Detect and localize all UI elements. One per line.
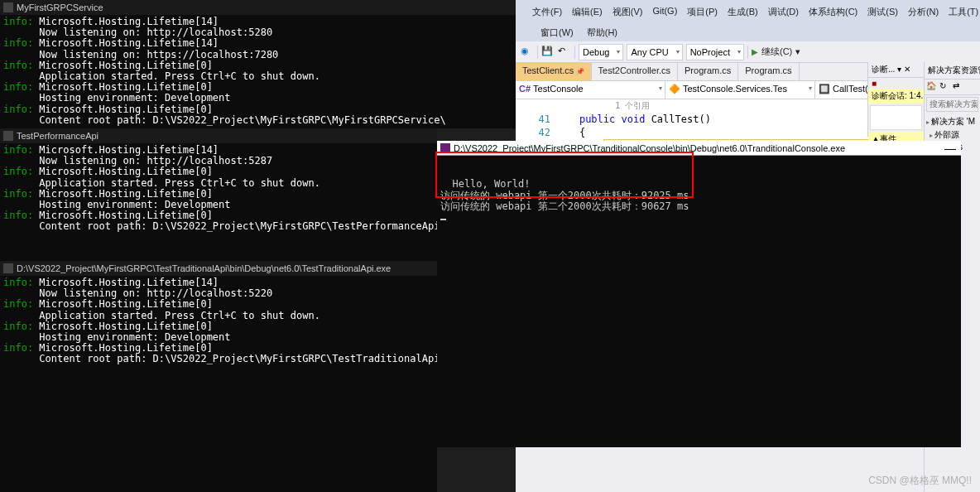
console-title: D:\VS2022_Project\MyFirstGRPC\TestTradit… (17, 263, 391, 273)
menu-item[interactable]: 文件(F) (532, 6, 562, 18)
editor-tab[interactable]: Test2Controller.cs (592, 63, 678, 80)
namespace-dropdown[interactable]: C#TestConsole (516, 81, 665, 99)
editor-tab[interactable]: TestClient.cs (516, 63, 592, 80)
console-title: MyFirstGRPCService (17, 2, 103, 12)
console-testperformanceapi: TestPerformanceApi info: Microsoft.Hosti… (0, 128, 437, 261)
vs-menubar-row2: 窗口(W)帮助(H) (516, 23, 980, 41)
editor-tab[interactable]: Program.cs (738, 63, 799, 80)
console-titlebar[interactable]: MyFirstGRPCService (0, 0, 516, 15)
console-titlebar[interactable]: D:\VS2022_Project\MyFirstGRPC\TestTradit… (0, 261, 437, 276)
console-myfirstgrpcservice: MyFirstGRPCService info: Microsoft.Hosti… (0, 0, 516, 128)
diag-chart (870, 105, 922, 130)
menu-item[interactable]: Git(G) (652, 6, 677, 18)
menu-item[interactable]: 分析(N) (908, 6, 939, 18)
menu-item[interactable]: 工具(T) (949, 6, 978, 18)
menu-item[interactable]: 项目(P) (687, 6, 718, 18)
menu-item[interactable]: 帮助(H) (587, 27, 617, 39)
diag-session: 诊断会话: 1:4... (868, 89, 924, 104)
tree-node[interactable]: ▸解决方案 'M (926, 115, 978, 128)
back-icon[interactable]: ◉ (521, 46, 534, 59)
console-title: TestPerformanceApi (17, 131, 98, 141)
menu-item[interactable]: 视图(V) (612, 6, 643, 18)
class-dropdown[interactable]: 🔶TestConsole.Services.Tes (665, 81, 815, 99)
platform-dropdown[interactable]: Any CPU (627, 44, 682, 60)
save-icon[interactable]: 💾 (541, 46, 555, 59)
sln-title: 解决方案资源管理 (925, 62, 980, 80)
minimize-icon[interactable]: — (944, 142, 956, 155)
console-output: info: Microsoft.Hosting.Lifetime[14] Now… (0, 15, 516, 128)
menu-item[interactable]: 调试(D) (768, 6, 799, 18)
config-dropdown[interactable]: Debug (579, 44, 623, 60)
menu-item[interactable]: 体系结构(C) (809, 6, 858, 18)
sln-toolbar: 🏠 ↻ ⇄ (925, 80, 980, 95)
undo-icon[interactable]: ↶ (558, 46, 571, 59)
console-tranditionalconsole: D:\VS2022_Project\MyFirstGRPC\Trandition… (437, 141, 961, 447)
editor-tab[interactable]: Program.cs (678, 63, 738, 80)
watermark: CSDN @格格巫 MMQ!! (868, 474, 972, 488)
stop-icon[interactable]: ■ (872, 79, 877, 88)
app-icon (3, 263, 13, 273)
vs-toolbar: ◉ 💾 ↶ Debug Any CPU NoProject 继续(C) ▾ (516, 41, 980, 63)
menu-item[interactable]: 生成(B) (728, 6, 758, 18)
menu-item[interactable]: 测试(S) (867, 6, 898, 18)
console-testtraditionalapi: D:\VS2022_Project\MyFirstGRPC\TestTradit… (0, 261, 437, 492)
project-dropdown[interactable]: NoProject (686, 44, 744, 60)
app-icon (3, 2, 13, 12)
sync-icon[interactable]: ⇄ (953, 81, 964, 93)
highlight-box (435, 152, 694, 198)
vs-menubar: 文件(F)编辑(E)视图(V)Git(G)项目(P)生成(B)调试(D)体系结构… (516, 0, 980, 23)
editor-gutter: 414243 (516, 99, 555, 141)
console-output: info: Microsoft.Hosting.Lifetime[14] Now… (0, 143, 437, 234)
menu-item[interactable]: 编辑(E) (572, 6, 603, 18)
refresh-icon[interactable]: ↻ (939, 81, 951, 93)
console-output: info: Microsoft.Hosting.Lifetime[14] Now… (0, 276, 437, 367)
console-output: Hello, World! 访问传统的 webapi 第一个2000次共耗时：9… (437, 156, 961, 224)
vs-menu-items: 文件(F)编辑(E)视图(V)Git(G)项目(P)生成(B)调试(D)体系结构… (532, 6, 980, 18)
diag-title[interactable]: 诊断... ▾ ✕ (868, 62, 924, 78)
diagnostics-panel: 诊断... ▾ ✕ ■ 诊断会话: 1:4... ▲事件 (867, 62, 924, 137)
continue-button[interactable]: 继续(C) ▾ (752, 46, 800, 58)
tree-node[interactable]: ▸外部源 (926, 128, 978, 142)
sln-search-input[interactable]: 搜索解决方案 (926, 97, 978, 112)
app-icon (3, 131, 13, 141)
menu-item[interactable]: 窗口(W) (540, 27, 574, 39)
console-titlebar[interactable]: TestPerformanceApi (0, 128, 437, 143)
home-icon[interactable]: 🏠 (926, 81, 938, 93)
